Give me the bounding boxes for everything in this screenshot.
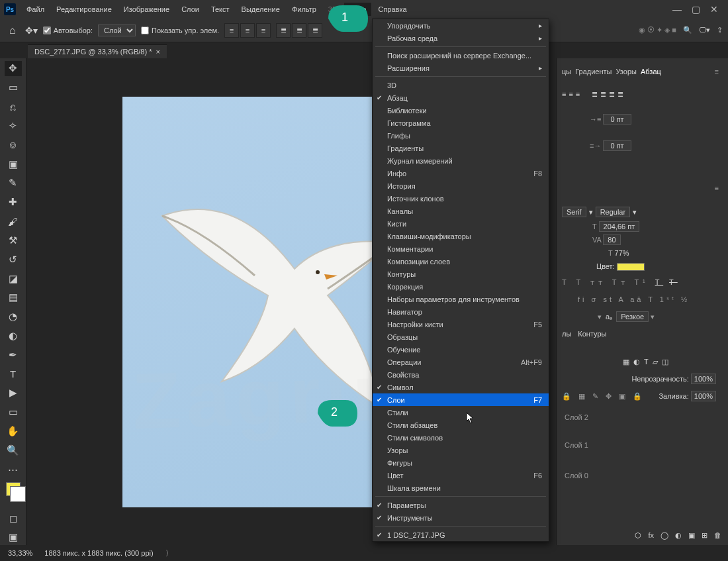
leading[interactable]: 80 [603,234,620,245]
crop-tool[interactable]: ⎊ [5,137,22,152]
show-transform-checkbox[interactable]: Показать упр. элем. [141,26,219,34]
menu-item-слои[interactable]: ✔СлоиF7 [373,393,549,406]
filter-pixel-icon[interactable]: ▦ [623,358,629,366]
align-right-icon[interactable]: ≡ [256,23,271,38]
panel-menu-icon[interactable]: ≡ [715,68,719,76]
frame-tool[interactable]: ▣ [5,156,22,172]
menu-item-рабочая-среда[interactable]: Рабочая среда▸ [373,32,549,44]
menu-item-коррекция[interactable]: Коррекция [373,280,549,293]
indent-value-2[interactable]: 0 пт [603,140,631,151]
menu-item-свойства[interactable]: Свойства [373,368,549,381]
align-center-icon[interactable]: ≡ [240,23,255,38]
menu-item-символ[interactable]: ✔Символ [373,381,549,393]
dist-1-icon[interactable]: ≣ [276,23,291,38]
minimize-icon[interactable]: — [671,4,683,15]
edit-toolbar-icon[interactable]: ⋯ [5,462,22,477]
menu-item-поиск-расширений-на-сервере-exchange-[interactable]: Поиск расширений на сервере Exchange... [373,49,549,62]
wand-tool[interactable]: ✧ [5,118,22,133]
close-icon[interactable]: ✕ [708,4,720,15]
menu-item-инфо[interactable]: ИнфоF8 [373,167,549,179]
menu-item-история[interactable]: История [373,179,549,192]
menu-text[interactable]: Текст [206,3,235,16]
menu-item-журнал-измерений[interactable]: Журнал измерений [373,154,549,167]
dodge-tool[interactable]: ◐ [5,329,22,344]
menu-item-инструменты[interactable]: ✔Инструменты [373,511,549,524]
antialias[interactable]: Резкое [616,311,649,322]
tab-gradients[interactable]: Градиенты [575,68,612,76]
menu-item-источник-клонов[interactable]: Источник клонов [373,192,549,205]
layer-row-2[interactable]: Слой 2 [565,413,588,421]
hand-tool[interactable]: ✋ [5,424,22,439]
pen-tool[interactable]: ✒ [5,347,22,362]
3d-mode-icon[interactable]: ◉ ⦿ ✦ ◈ ■ [639,26,676,34]
text-color-swatch[interactable] [617,263,645,271]
para-align-4[interactable]: ≣ [592,90,598,99]
fx-icon[interactable]: fx [648,531,654,540]
font-family[interactable]: Serif [562,207,586,217]
menu-item-упорядочить[interactable]: Упорядочить▸ [373,19,549,32]
marquee-tool[interactable]: ▭ [5,80,22,95]
align-left-icon[interactable]: ≡ [224,23,239,38]
menu-item-абзац[interactable]: ✔Абзац [373,91,549,104]
tab-channels[interactable]: лы [562,330,571,338]
zoom-tool[interactable]: 🔍 [5,443,22,458]
adjustment-icon[interactable]: ◐ [675,531,682,540]
layer-row-0[interactable]: Слой 0 [565,472,588,480]
autoselect-target[interactable]: Слой [98,25,136,36]
para-align-1[interactable]: ≡ [562,90,566,99]
filter-smart-icon[interactable]: ◫ [662,358,668,366]
menu-item-образцы[interactable]: Образцы [373,331,549,343]
blur-tool[interactable]: ◔ [5,309,22,325]
menu-item-параметры[interactable]: ✔Параметры [373,499,549,511]
menu-item-обучение[interactable]: Обучение [373,343,549,356]
para-align-5[interactable]: ≣ [600,90,606,99]
menu-item-шкала-времени[interactable]: Шкала времени [373,482,549,494]
tab-paragraph[interactable]: Абзац [641,68,661,76]
tab-swatches[interactable]: цы [562,68,571,76]
indent-value-1[interactable]: 0 пт [603,114,631,125]
foreground-color-swatch[interactable] [6,482,21,496]
para-align-2[interactable]: ≡ [569,90,572,99]
menu-help[interactable]: Справка [373,3,412,16]
share-icon[interactable]: ⇪ [717,26,723,34]
document-tab-close-icon[interactable]: × [156,48,159,56]
filter-type-icon[interactable]: T [644,358,649,366]
menu-image[interactable]: Изображение [118,3,175,16]
layer-row-1[interactable]: Слой 1 [565,441,588,449]
zoom-level[interactable]: 33,33% [8,549,32,557]
brush-tool[interactable]: 🖌 [5,214,22,229]
history-brush-tool[interactable]: ↺ [5,252,22,267]
dist-2-icon[interactable]: ≣ [292,23,306,38]
show-transform-input[interactable] [141,26,149,34]
menu-item-3d[interactable]: 3D [373,79,549,91]
lasso-tool[interactable]: ⎌ [5,99,22,115]
menu-item-библиотеки[interactable]: Библиотеки [373,104,549,117]
menu-item-контуры[interactable]: Контуры [373,268,549,280]
menu-item-стили-абзацев[interactable]: Стили абзацев [373,419,549,431]
workspace-icon[interactable]: 🖵▾ [699,26,710,34]
menu-item-каналы[interactable]: Каналы [373,205,549,217]
trash-icon[interactable]: 🗑 [714,531,721,540]
menu-item-клавиши-модификаторы[interactable]: Клавиши-модификаторы [373,230,549,242]
menu-item-глифы[interactable]: Глифы [373,129,549,142]
menu-item-фигуры[interactable]: Фигуры [373,456,549,469]
link-layers-icon[interactable]: ⬡ [635,531,641,540]
menu-item-градиенты[interactable]: Градиенты [373,142,549,154]
group-icon[interactable]: ▣ [688,531,695,540]
menu-item-расширения[interactable]: Расширения▸ [373,62,549,74]
autoselect-checkbox[interactable]: Автовыбор: [43,26,93,34]
filter-adjust-icon[interactable]: ◐ [633,358,640,366]
stamp-tool[interactable]: ⚒ [5,232,22,248]
opacity-value[interactable]: 100% [691,374,716,384]
gradient-tool[interactable]: ▤ [5,290,22,305]
menu-filter[interactable]: Фильтр [287,3,322,16]
document-dimensions[interactable]: 1883 пикс. x 1883 пикс. (300 ppi) [44,549,153,557]
menu-item-кисти[interactable]: Кисти [373,217,549,230]
move-tool-icon[interactable]: ✥▾ [25,25,38,36]
menu-item-гистограмма[interactable]: Гистограмма [373,117,549,129]
heal-tool[interactable]: ✚ [5,195,22,210]
menu-item-1-dsc-2717-jpg[interactable]: ✔1 DSC_2717.JPG [373,529,549,541]
fill-value[interactable]: 100% [691,391,716,401]
scale[interactable]: 77% [615,249,629,257]
path-select-tool[interactable]: ▶ [5,385,22,401]
